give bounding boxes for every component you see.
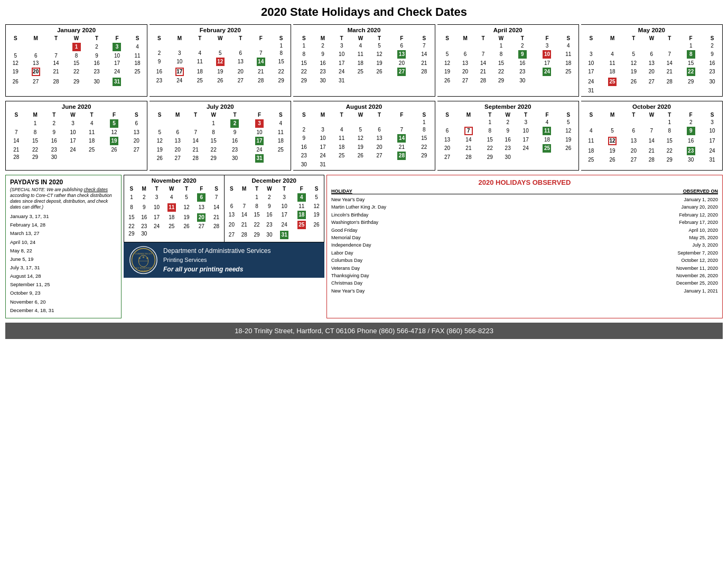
- calendar-day-cell: 17: [535, 59, 559, 67]
- month-november: November 2020SMTWTFS12345678910111213141…: [124, 175, 225, 242]
- calendar-day-cell: 17: [105, 59, 128, 67]
- calendar-day-cell: 9: [510, 49, 535, 59]
- holiday-date: December 25, 2020: [544, 279, 718, 287]
- calendar-day-cell: [370, 77, 389, 84]
- calendar-day-cell: 12: [180, 202, 193, 212]
- calendar-day-cell: 16: [499, 136, 517, 143]
- calendar-day-cell: 9: [44, 128, 63, 136]
- calendar-day-cell: 16: [703, 59, 721, 67]
- calendar-day-cell: 3: [332, 42, 351, 49]
- calendar-day-cell: 26: [370, 67, 389, 77]
- calendar-day-cell: 8: [660, 126, 678, 136]
- calendar-day-cell: [351, 118, 370, 126]
- calendar-day-cell: 8: [273, 49, 290, 56]
- holiday-name: Martin Luther King Jr. Day: [331, 203, 544, 211]
- calendar-day-cell: 29: [125, 230, 138, 237]
- calendar-day-cell: 4: [332, 126, 351, 133]
- calendar-day-cell: 2: [703, 42, 721, 49]
- calendar-day-cell: 3: [582, 49, 600, 59]
- calendar-day-cell: 12: [351, 133, 370, 143]
- calendar-day-cell: 30: [294, 161, 313, 168]
- calendar-day-cell: 16: [138, 212, 151, 222]
- holiday-date: February 12, 2020: [544, 211, 718, 219]
- calendar-day-cell: 8: [415, 126, 434, 133]
- calendar-day-cell: 20: [456, 67, 474, 77]
- calendar-day-cell: [600, 87, 625, 94]
- calendar-day-cell: 29: [481, 153, 499, 161]
- calendar-day-cell: 25: [129, 67, 146, 77]
- calendar-day-cell: 24: [517, 143, 535, 153]
- calendar-day-cell: [151, 42, 167, 49]
- calendar-day-cell: [163, 230, 180, 237]
- calendar-day-cell: 14: [389, 133, 415, 143]
- calendar-day-cell: 11: [582, 136, 600, 146]
- calendar-day-cell: 21: [238, 220, 250, 230]
- calendar-day-cell: 20: [232, 67, 249, 77]
- printing-tagline: For all your printing needs: [163, 265, 270, 274]
- calendar-day-cell: 15: [26, 136, 45, 146]
- payday-entry: July 3, 17, 31: [10, 263, 117, 272]
- holiday-row: Martin Luther King Jr. DayJanuary 20, 20…: [331, 203, 718, 211]
- calendar-day-cell: 11: [535, 126, 559, 136]
- holiday-row: Washington's BirthdayFebruary 17, 2020: [331, 219, 718, 226]
- calendar-day-cell: 22: [415, 143, 434, 150]
- calendar-day-cell: 15: [250, 210, 263, 220]
- calendar-day-cell: 25: [535, 143, 559, 153]
- calendar-day-header: S: [559, 35, 577, 42]
- calendar-day-cell: [389, 161, 415, 168]
- calendar-day-cell: 26: [600, 156, 625, 163]
- calendar-day-cell: 21: [210, 212, 223, 222]
- calendar-day-cell: 23: [313, 67, 332, 77]
- calendar-day-cell: [7, 118, 26, 128]
- calendar-day-cell: [82, 153, 101, 161]
- calendar-day-cell: 6: [193, 192, 210, 202]
- calendar-day-cell: 5: [559, 118, 577, 126]
- calendar-day-cell: [703, 87, 721, 94]
- calendar-day-cell: 29: [415, 150, 434, 161]
- calendar-day-cell: 31: [313, 161, 332, 168]
- calendar-day-cell: [624, 42, 642, 49]
- calendar-day-header: F: [293, 185, 310, 192]
- calendar-day-cell: [129, 77, 146, 87]
- calendar-day-header: T: [474, 35, 492, 42]
- payday-entry: May 8, 22: [10, 247, 117, 255]
- calendar-day-cell: 2: [151, 49, 167, 56]
- calendar-day-cell: 28: [48, 77, 64, 87]
- month-december: December 2020SMTWTFS12345678910111213141…: [225, 175, 324, 242]
- calendar-day-cell: 6: [169, 128, 186, 136]
- observed-col-header: OBSERVED ON: [683, 189, 718, 194]
- calendar-day-cell: 11: [82, 128, 101, 136]
- calendar-day-cell: 18: [82, 136, 101, 146]
- calendar-day-header: S: [703, 35, 721, 42]
- month-title-july: July 2020: [151, 103, 290, 110]
- calendar-day-header: S: [582, 111, 600, 118]
- month-title-december: December 2020: [226, 177, 323, 184]
- calendar-day-cell: 30: [44, 153, 63, 161]
- calendar-day-cell: 6: [642, 49, 660, 59]
- month-title-march: March 2020: [294, 27, 433, 33]
- calendar-day-cell: 13: [232, 56, 249, 67]
- month-august: August 2020SMTWTFS1234567891011121314151…: [293, 101, 435, 171]
- calendar-day-header: M: [313, 111, 332, 118]
- calendar-day-header: M: [238, 185, 250, 192]
- calendar-day-header: W: [263, 185, 276, 192]
- calendar-day-cell: 2: [499, 118, 517, 126]
- payday-entry: November 6, 20: [10, 298, 117, 306]
- calendar-day-cell: 13: [127, 128, 146, 136]
- calendar-day-cell: 24: [276, 220, 293, 230]
- calendar-day-cell: 15: [64, 59, 88, 67]
- calendar-day-cell: [642, 87, 660, 94]
- calendar-day-cell: 4: [351, 42, 370, 49]
- calendar-day-cell: 25: [351, 67, 370, 77]
- calendar-day-cell: 17: [151, 212, 163, 222]
- calendar-day-header: S: [310, 185, 323, 192]
- calendar-day-header: T: [276, 185, 293, 192]
- calendar-day-cell: 28: [7, 153, 26, 161]
- calendar-day-cell: 7: [210, 192, 223, 202]
- calendar-day-header: W: [64, 35, 88, 42]
- calendar-day-cell: 16: [222, 136, 247, 146]
- calendar-day-cell: 29: [250, 230, 263, 240]
- calendar-day-cell: [351, 161, 370, 168]
- holidays-block: 2020 HOLIDAYS OBSERVED HOLIDAY OBSERVED …: [326, 175, 723, 318]
- calendar-day-cell: 27: [642, 77, 660, 87]
